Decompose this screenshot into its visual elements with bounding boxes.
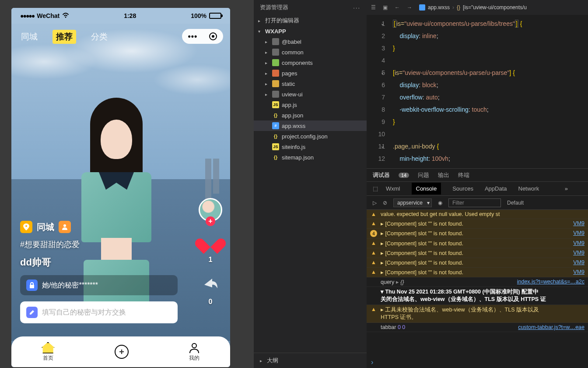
tabbar-add[interactable]: +: [115, 345, 129, 359]
open-editors-section[interactable]: ▸ 打开的编辑器: [254, 15, 367, 26]
nav-save-icon[interactable]: ▣: [383, 4, 388, 11]
console-row: 4▸ [Component] slot "" is not found.VM9: [367, 229, 588, 239]
share-button[interactable]: [202, 274, 219, 292]
secret-bar[interactable]: 她/他的秘密*******: [20, 275, 178, 295]
follow-plus-icon[interactable]: +: [206, 216, 215, 226]
svg-rect-2: [30, 285, 34, 288]
devtools-tab-terminal[interactable]: 终端: [458, 171, 469, 179]
tabbar-mine[interactable]: 我的: [189, 342, 200, 362]
share-count: 0: [209, 298, 213, 306]
tab-recommend[interactable]: 推荐: [52, 30, 76, 44]
svg-point-0: [65, 17, 66, 18]
tree-item-@babel[interactable]: ▸@babel: [254, 36, 367, 47]
project-root[interactable]: ▾ WXAPP: [254, 26, 367, 36]
console-row: ▲value. expected but get null value. Use…: [367, 210, 588, 219]
console-row: ▲▸ [Component] slot "" is not found.VM9: [367, 219, 588, 229]
subtab-appdata[interactable]: AppData: [485, 185, 507, 192]
tabbar: 首页 + 我的: [11, 336, 230, 367]
console-row: ▾ Thu Nov 25 2021 01:28:35 GMT+0800 (中国标…: [367, 287, 588, 305]
user-icon: [189, 342, 200, 354]
input-placeholder: 填写自己的秘密与对方交换: [42, 308, 126, 317]
nav-menu-icon[interactable]: ☰: [371, 4, 376, 11]
author-name[interactable]: dd帅哥: [20, 256, 178, 269]
phone-simulator: ●●●●● WeChat 1:28 100% 同城 推荐 分类 •••: [11, 8, 230, 367]
action-rail: + 1 0: [199, 198, 222, 306]
js-file-icon: JS: [272, 143, 279, 150]
eye-icon[interactable]: ◉: [438, 200, 442, 206]
code-editor[interactable]: 1⌄2345⌄67891011⌄12 [is="uview-ui/compone…: [367, 15, 588, 168]
editor-breadcrumb[interactable]: app.wxss › {} [is="uview-ui/components/u: [419, 4, 527, 11]
context-select[interactable]: appservice: [393, 198, 432, 207]
subtab-wxml[interactable]: Wxml: [386, 185, 400, 192]
like-button[interactable]: [201, 232, 220, 250]
secret-input[interactable]: 填写自己的秘密与对方交换: [20, 301, 178, 323]
folder-icon: [272, 38, 279, 45]
json-file-icon: {}: [272, 133, 279, 140]
levels-select[interactable]: Default: [507, 200, 524, 206]
tree-item-siteinfo-js[interactable]: JSsiteinfo.js: [254, 142, 367, 152]
inspect-icon[interactable]: ⬚: [373, 185, 378, 192]
tree-item-sitemap-json[interactable]: {}sitemap.json: [254, 152, 367, 163]
svg-point-3: [192, 343, 196, 348]
subtab-console[interactable]: Console: [412, 183, 441, 195]
svg-point-1: [63, 224, 66, 227]
status-bar: ●●●●● WeChat 1:28 100%: [11, 8, 230, 24]
devtools-tab-output[interactable]: 输出: [438, 171, 449, 179]
folder-icon: [272, 49, 279, 56]
console-play-icon[interactable]: ▷: [373, 200, 377, 206]
tree-item-static[interactable]: ▸static: [254, 78, 367, 89]
carrier-label: WeChat: [37, 12, 60, 19]
console-row: ▲▸ [Component] slot "" is not found.VM9: [367, 268, 588, 277]
battery-icon: [209, 13, 221, 19]
capsule-menu-icon[interactable]: •••: [188, 32, 198, 41]
editor-tab-bar: ☰ ▣ ← → app.wxss › {} [is="uview-ui/comp…: [367, 0, 588, 15]
tree-item-uview-ui[interactable]: ▸uview-ui: [254, 89, 367, 99]
nav-back-icon[interactable]: ←: [395, 4, 400, 11]
user-badge-icon: [59, 221, 71, 233]
console-row: ▲▸ [Component] slot "" is not found.VM9: [367, 239, 588, 248]
wxss-file-icon: [419, 4, 425, 11]
console-prompt[interactable]: ›: [367, 357, 588, 368]
tab-category[interactable]: 分类: [91, 31, 108, 42]
json-file-icon: {}: [272, 112, 279, 119]
tree-item-app-json[interactable]: {}app.json: [254, 110, 367, 120]
tree-item-project-config-json[interactable]: {}project.config.json: [254, 131, 367, 142]
hashtag-text[interactable]: #想要甜甜的恋爱: [20, 239, 178, 250]
console-row: ▲▸ 工具未校验合法域名、web-view（业务域名）、TLS 版本以及 HTT…: [367, 305, 588, 323]
tree-item-app-wxss[interactable]: #app.wxss: [254, 120, 367, 131]
devtools-tab-problems[interactable]: 问题: [418, 171, 429, 179]
tabbar-home[interactable]: 首页: [42, 342, 55, 362]
subtab-sources[interactable]: Sources: [452, 185, 473, 192]
devtools-badge: 14: [399, 173, 409, 178]
write-icon: [26, 307, 38, 318]
breadcrumb-fn-icon: {}: [457, 4, 460, 11]
explorer-more-icon[interactable]: ···: [353, 4, 360, 11]
tree-item-app-js[interactable]: JSapp.js: [254, 99, 367, 110]
wifi-icon: [62, 12, 69, 19]
capsule-close-icon[interactable]: [209, 32, 217, 40]
secret-text: 她/他的秘密*******: [42, 281, 98, 290]
nav-forward-icon[interactable]: →: [407, 4, 412, 11]
folder-icon: [272, 91, 279, 98]
wxss-file-icon: #: [272, 122, 279, 129]
tab-local[interactable]: 同城: [21, 31, 38, 42]
home-icon: [42, 342, 55, 354]
outline-section[interactable]: ▸ 大纲: [254, 353, 367, 368]
tree-item-components[interactable]: ▸components: [254, 57, 367, 68]
explorer-title: 资源管理器: [260, 4, 288, 11]
subtab-network[interactable]: Network: [518, 185, 539, 192]
folder-icon: [272, 80, 279, 87]
wechat-capsule[interactable]: •••: [182, 29, 223, 44]
console-output[interactable]: ▲value. expected but get null value. Use…: [367, 210, 588, 357]
js-file-icon: JS: [272, 101, 279, 108]
filter-input[interactable]: Filter: [448, 198, 501, 207]
devtools-tab-debugger[interactable]: 调试器: [373, 171, 390, 179]
subtab-more-icon[interactable]: »: [565, 185, 568, 192]
location-label[interactable]: 同城: [37, 221, 54, 233]
folder-icon: [272, 70, 279, 77]
tree-item-pages[interactable]: ▸pages: [254, 68, 367, 78]
console-clear-icon[interactable]: ⊘: [383, 200, 387, 206]
feed-overlay: 同城 #想要甜甜的恋爱 dd帅哥 她/他的秘密******* 填写自己的秘密与对…: [20, 221, 178, 323]
author-avatar[interactable]: +: [199, 198, 222, 222]
tree-item-common[interactable]: ▸common: [254, 47, 367, 57]
